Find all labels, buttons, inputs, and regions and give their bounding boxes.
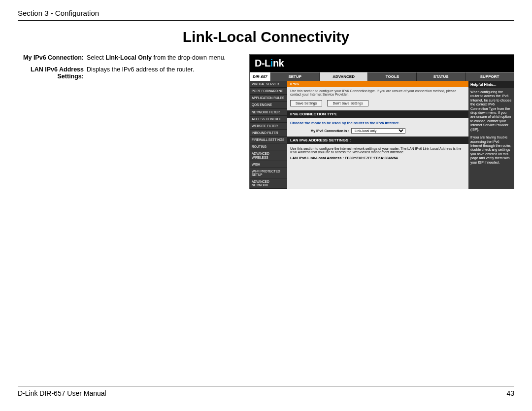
tab-advanced[interactable]: ADVANCED (319, 72, 368, 81)
section-header-conn-type: IPv6 CONNECTION TYPE (287, 110, 468, 118)
router-banner: D-Link (250, 55, 514, 72)
definition-text: Select Link-Local Only from the drop-dow… (87, 54, 244, 61)
definition-label: My IPv6 Connection: (18, 54, 87, 61)
definition-list: My IPv6 Connection: Select Link-Local On… (18, 54, 244, 189)
footer-manual: D-Link DIR-657 User Manual (18, 389, 106, 397)
nav-item[interactable]: WEBSITE FILTER (250, 123, 287, 130)
section-body: Choose the mode to be used by the router… (287, 118, 468, 137)
lan-note: Use this section to configure the intern… (290, 147, 466, 154)
conn-type-select[interactable]: Link-local only (351, 128, 405, 134)
button-row: Save Settings Don't Save Settings (287, 98, 468, 110)
nav-item[interactable]: ACCESS CONTROL (250, 116, 287, 123)
dont-save-button[interactable]: Don't Save Settings (327, 100, 368, 106)
nav-item[interactable]: NETWORK FILTER (250, 109, 287, 116)
hints-p2: If you are having trouble accessing the … (470, 136, 512, 165)
save-button[interactable]: Save Settings (290, 100, 322, 106)
definition-row: My IPv6 Connection: Select Link-Local On… (18, 54, 244, 61)
def-text-pre: Displays the IPv6 address of the router. (87, 66, 194, 73)
section-header: Section 3 - Configuration (18, 9, 514, 21)
nav-item[interactable]: APPLICATION RULES (250, 95, 287, 102)
page-crumb: IPV6 (287, 81, 468, 87)
footer-page: 43 (506, 389, 514, 397)
section-body: Use this section to configure the intern… (287, 144, 468, 163)
hints-body: When configuring the router to access th… (468, 88, 514, 167)
tab-status[interactable]: STATUS (416, 72, 465, 81)
definition-text: Displays the IPv6 address of the router. (87, 66, 244, 80)
hints-p1: When configuring the router to access th… (470, 90, 512, 132)
definition-row: LAN IPv6 Address Settings: Displays the … (18, 66, 244, 80)
lan-address-line: LAN IPv6 Link-Local Address : FE80::218:… (290, 156, 466, 160)
router-sidenav: VIRTUAL SERVER PORT FORWARDING APPLICATI… (250, 81, 287, 189)
nav-item[interactable]: INBOUND FILTER (250, 130, 287, 137)
instruction-text: Use this section to configure your IPv6 … (287, 87, 468, 98)
nav-item[interactable]: QOS ENGINE (250, 102, 287, 108)
def-text-post: from the drop-down menu. (152, 54, 226, 61)
nav-item[interactable]: WISH (250, 161, 287, 168)
lan-addr-value: FE80::218:E7FF:FE6A:3846/64 (345, 156, 398, 160)
nav-item[interactable]: WI-FI PROTECTED SETUP (250, 168, 287, 178)
nav-item[interactable]: ADVANCED WIRELESS (250, 150, 287, 161)
nav-item[interactable]: FIREWALL SETTINGS (250, 137, 287, 143)
nav-item[interactable]: ROUTING (250, 143, 287, 150)
lan-addr-label: LAN IPv6 Link-Local Address : (290, 156, 345, 160)
page-footer: D-Link DIR-657 User Manual 43 (18, 386, 514, 397)
nav-item[interactable]: VIRTUAL SERVER (250, 81, 287, 88)
tab-setup[interactable]: SETUP (270, 72, 319, 81)
tab-tools[interactable]: TOOLS (367, 72, 416, 81)
router-main: IPV6 Use this section to configure your … (287, 81, 468, 189)
nav-item[interactable]: ADVANCED NETWORK (250, 178, 287, 189)
mode-text: Choose the mode to be used by the router… (290, 121, 466, 125)
def-text-pre: Select (87, 54, 105, 61)
conn-field-label: My IPv6 Connection is : (290, 129, 349, 133)
helpful-hints: Helpful Hints... When configuring the ro… (468, 81, 514, 189)
section-header-lan: LAN IPv6 ADDRESS SETTINGS : (287, 137, 468, 144)
definition-label: LAN IPv6 Address Settings: (18, 66, 87, 80)
nav-item[interactable]: PORT FORWARDING (250, 88, 287, 95)
router-screenshot: D-Link DIR-657 SETUP ADVANCED TOOLS STAT… (249, 54, 514, 189)
tab-support[interactable]: SUPPORT (465, 72, 514, 81)
model-label: DIR-657 (250, 72, 270, 81)
router-tabs: DIR-657 SETUP ADVANCED TOOLS STATUS SUPP… (250, 72, 514, 81)
dlink-logo: D-Link (255, 58, 284, 68)
def-text-bold: Link-Local Only (105, 54, 152, 61)
page-title: Link-Local Connectivity (18, 29, 514, 45)
hints-header: Helpful Hints... (468, 81, 514, 88)
